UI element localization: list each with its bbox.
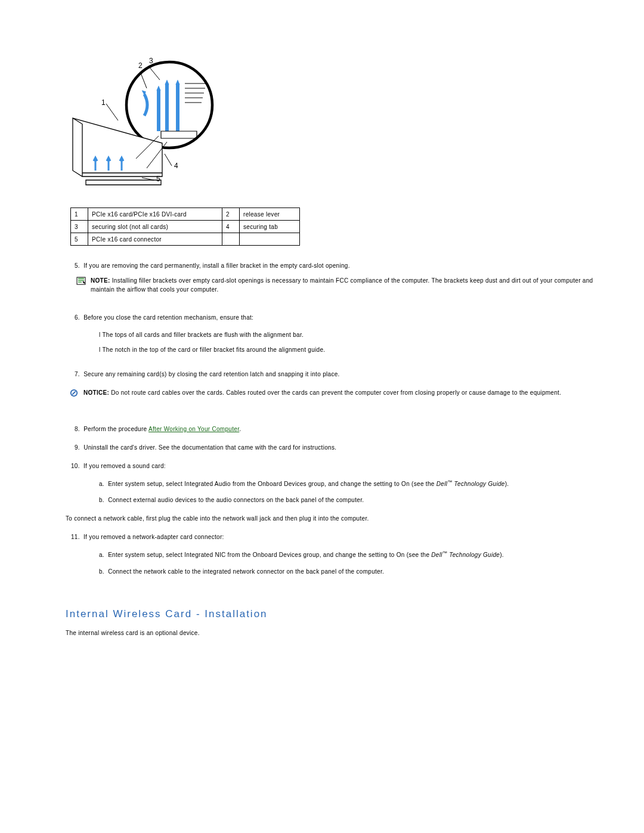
svg-text:3: 3	[149, 57, 153, 65]
legend-text: PCIe x16 card connector	[88, 233, 222, 246]
legend-text: PCIe x16 card/PCIe x16 DVI-card	[88, 208, 222, 221]
note-text: NOTE: Installing filler brackets over em…	[91, 276, 608, 294]
trademark: ™	[447, 479, 452, 485]
legend-text	[240, 233, 300, 246]
step-9: 9. Uninstall the card's driver. See the …	[66, 443, 608, 452]
list-item: l The tops of all cards and filler brack…	[99, 330, 608, 339]
legend-num: 4	[222, 221, 240, 233]
sub-letter: a.	[99, 481, 104, 487]
step-text: If you removed a network-adapter card co…	[83, 534, 224, 540]
notice-text: NOTICE: Do not route card cables over th…	[83, 388, 608, 397]
svg-text:4: 4	[174, 162, 178, 170]
table-row: 1 PCIe x16 card/PCIe x16 DVI-card 2 rele…	[71, 208, 300, 221]
notice-icon	[69, 389, 79, 397]
step-text-a: Perform the procedure	[83, 426, 148, 432]
step-text-b: .	[239, 426, 241, 432]
section-heading: Internal Wireless Card - Installation	[66, 608, 608, 620]
step-11: 11. If you removed a network-adapter car…	[66, 532, 608, 541]
step-8: 8. Perform the procedure After Working o…	[66, 425, 608, 433]
step-number: 11.	[71, 534, 80, 540]
instruction-list: 5. If you are removing the card permanen…	[66, 261, 608, 576]
sub-letter: b.	[99, 497, 104, 503]
svg-text:2: 2	[138, 61, 143, 70]
notice-callout: NOTICE: Do not route card cables over th…	[69, 388, 608, 397]
legend-num: 2	[222, 208, 240, 221]
list-item: b. Connect the network cable to the inte…	[99, 567, 608, 576]
notice-label: NOTICE:	[83, 389, 109, 396]
network-cable-note: To connect a network cable, first plug t…	[66, 514, 608, 523]
svg-line-10	[106, 104, 118, 120]
trademark: ™	[442, 550, 447, 556]
step-number: 6.	[75, 314, 80, 321]
step-10-sublist: a. Enter system setup, select Integrated…	[99, 479, 608, 504]
step-6: 6. Before you close the card retention m…	[66, 313, 608, 322]
dell-ref: Dell	[431, 552, 442, 559]
step-text: If you are removing the card permanently…	[83, 262, 350, 269]
diagram-legend-table: 1 PCIe x16 card/PCIe x16 DVI-card 2 rele…	[70, 208, 300, 246]
sub-text-tail: ).	[505, 481, 509, 487]
dell-ref: Dell	[436, 481, 447, 487]
step-text: Secure any remaining card(s) by closing …	[83, 371, 340, 377]
svg-line-11	[165, 154, 172, 166]
note-icon	[76, 277, 86, 285]
step-11-sublist: a. Enter system setup, select Integrated…	[99, 550, 608, 575]
step-10: 10. If you removed a sound card:	[66, 462, 608, 470]
legend-text: securing tab	[240, 221, 300, 233]
note-label: NOTE:	[91, 277, 110, 284]
table-row: 3 securing slot (not all cards) 4 securi…	[71, 221, 300, 233]
step-text: Before you close the card retention mech…	[83, 314, 253, 321]
section-intro: The internal wireless card is an optiona…	[66, 628, 608, 637]
sub-text: The tops of all cards and filler bracket…	[102, 332, 304, 338]
step-7: 7. Secure any remaining card(s) by closi…	[66, 370, 608, 379]
legend-text: securing slot (not all cards)	[88, 221, 222, 233]
svg-text:5: 5	[156, 175, 160, 183]
svg-text:1: 1	[101, 98, 106, 107]
svg-point-0	[126, 62, 212, 148]
legend-num: 1	[71, 208, 88, 221]
step-text: Uninstall the card's driver. See the doc…	[83, 444, 336, 451]
sub-text: Enter system setup, select Integrated Au…	[108, 481, 436, 487]
pcie-card-diagram: 1 2 3 4 5	[72, 54, 221, 197]
guide-ref: Technology Guide	[447, 552, 500, 559]
sub-letter: b.	[99, 568, 104, 575]
sub-text-tail: ).	[500, 552, 504, 559]
sub-letter: a.	[99, 552, 104, 559]
table-row: 5 PCIe x16 card connector	[71, 233, 300, 246]
sub-text: The notch in the top of the card or fill…	[102, 346, 325, 353]
legend-num	[222, 233, 240, 246]
step-number: 10.	[71, 463, 80, 469]
sub-text: Connect external audio devices to the au…	[108, 497, 364, 503]
list-item: b. Connect external audio devices to the…	[99, 496, 608, 504]
list-item: a. Enter system setup, select Integrated…	[99, 550, 608, 559]
list-item: a. Enter system setup, select Integrated…	[99, 479, 608, 488]
step-5: 5. If you are removing the card permanen…	[66, 261, 608, 270]
legend-num: 5	[71, 233, 88, 246]
sub-text: Enter system setup, select Integrated NI…	[108, 552, 431, 559]
sub-text: Connect the network cable to the integra…	[108, 568, 384, 575]
step-text: If you removed a sound card:	[83, 463, 166, 469]
step-number: 5.	[75, 262, 80, 269]
list-item: l The notch in the top of the card or fi…	[99, 345, 608, 354]
guide-ref: Technology Guide	[453, 481, 505, 487]
legend-text: release lever	[240, 208, 300, 221]
step-6-sublist: l The tops of all cards and filler brack…	[99, 330, 608, 354]
after-working-link[interactable]: After Working on Your Computer	[148, 426, 239, 432]
document-page: 1 2 3 4 5 1 PCIe x16 card/PCIe x16 DVI-c…	[0, 0, 644, 833]
step-number: 7.	[75, 371, 80, 377]
notice-body: Do not route card cables over the cards.…	[109, 389, 561, 396]
note-body: Installing filler brackets over empty ca…	[91, 277, 593, 293]
note-callout: NOTE: Installing filler brackets over em…	[76, 276, 608, 294]
step-number: 8.	[75, 426, 80, 432]
step-number: 9.	[75, 444, 80, 451]
legend-num: 3	[71, 221, 88, 233]
